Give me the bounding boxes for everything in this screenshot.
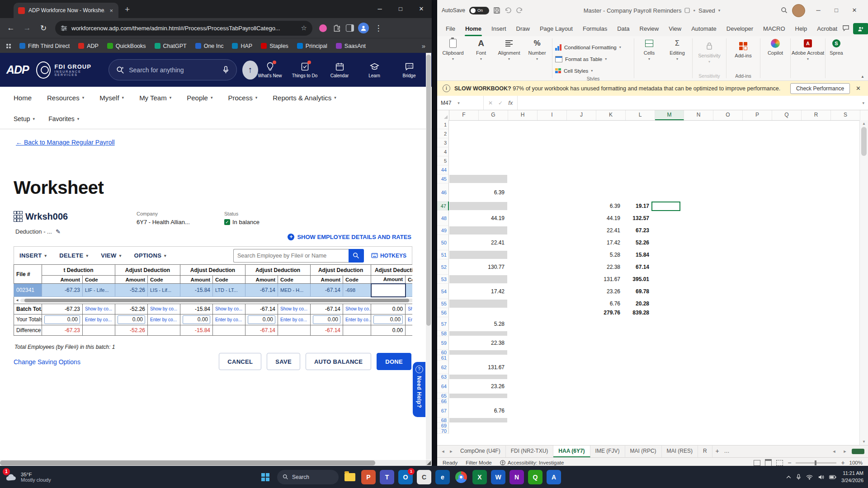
your-total-input[interactable]: 0.00: [118, 315, 145, 324]
zoom-level[interactable]: 100%: [849, 460, 863, 465]
row-header-69[interactable]: 69: [437, 423, 449, 428]
cell-K52[interactable]: 22.38: [594, 259, 623, 275]
profile-avatar[interactable]: [358, 22, 369, 34]
row-header-53[interactable]: 53: [437, 275, 449, 284]
taskbar-app-excel[interactable]: X: [472, 470, 487, 484]
share-button[interactable]: [853, 23, 868, 34]
ribbon-tab-insert[interactable]: Insert: [486, 25, 511, 36]
normal-view-icon[interactable]: [754, 460, 760, 466]
column-header-F[interactable]: F: [449, 110, 479, 120]
row-header-70[interactable]: 70: [437, 428, 449, 434]
maximize-button[interactable]: □: [390, 0, 411, 18]
row-header-62[interactable]: 62: [437, 361, 449, 374]
column-header-S[interactable]: S: [831, 110, 860, 120]
show-by-code-link[interactable]: Show by co...: [148, 304, 180, 314]
amount-cell[interactable]: -67.14: [311, 284, 343, 297]
save-icon[interactable]: [493, 7, 500, 14]
dismiss-banner-icon[interactable]: ✕: [854, 85, 863, 92]
select-all-corner[interactable]: [437, 110, 449, 120]
auto-balance-button[interactable]: AUTO BALANCE: [306, 353, 371, 370]
selected-cell-M47[interactable]: [651, 202, 680, 211]
row-header-63[interactable]: 63: [437, 374, 449, 380]
next-sheet-arrow[interactable]: ►: [447, 446, 455, 457]
volume-icon[interactable]: [818, 474, 824, 480]
row-header-54[interactable]: 54: [437, 284, 449, 299]
amount-cell[interactable]: -15.84: [180, 284, 213, 297]
enter-by-code-link[interactable]: Enter by co...: [278, 314, 311, 325]
your-total-input[interactable]: 0.00: [373, 315, 403, 324]
sheet-grid[interactable]: 123454445466.39476.3919.174844.1944.1913…: [437, 120, 860, 445]
minimize-button[interactable]: ─: [809, 0, 827, 21]
insert-function-icon[interactable]: fx: [508, 99, 513, 106]
your-total-input[interactable]: 0.00: [313, 315, 340, 324]
cell-K54[interactable]: 23.26: [594, 284, 623, 299]
taskbar-app-file-explorer[interactable]: [343, 470, 357, 484]
row-header-58[interactable]: 58: [437, 331, 449, 336]
bookmark-quickbooks[interactable]: QuickBooks: [107, 43, 146, 49]
search-submit-button[interactable]: ↑: [242, 61, 258, 80]
address-bar[interactable]: workforcenow.adp.com/theme/admin.html#/P…: [55, 21, 312, 36]
autosave-toggle[interactable]: On: [469, 7, 489, 14]
row-header-68[interactable]: 68: [437, 418, 449, 423]
cell-G46[interactable]: 6.39: [478, 183, 507, 202]
row-header-45[interactable]: 45: [437, 174, 449, 183]
nav-item-myself[interactable]: Myself▾: [99, 94, 124, 102]
extension-pink-icon[interactable]: [317, 22, 329, 34]
cell-G50[interactable]: 22.41: [478, 235, 507, 250]
row-header-61[interactable]: 61: [437, 355, 449, 361]
cell-L48[interactable]: 132.57: [623, 211, 651, 226]
view-dropdown[interactable]: VIEW▾: [101, 252, 121, 259]
hscroll-right-arrow[interactable]: ►: [841, 449, 849, 454]
taskbar-app-copilot[interactable]: C: [417, 470, 431, 484]
show-by-code-link[interactable]: Show by co...: [406, 304, 412, 314]
bookmark-fifth-third-direct[interactable]: Fifth Third Direct: [19, 43, 70, 49]
cell-K55[interactable]: 6.76: [594, 299, 623, 308]
page-break-view-icon[interactable]: [776, 460, 783, 466]
nav-item-resources[interactable]: Resources▾: [47, 94, 84, 102]
nav-item-process[interactable]: Process▾: [228, 94, 257, 102]
taskbar-app-access[interactable]: A: [547, 470, 561, 484]
amount-cell[interactable]: -67.14: [245, 284, 278, 297]
column-header-H[interactable]: H: [508, 110, 538, 120]
bookmark-saasant[interactable]: SaasAnt: [336, 43, 366, 49]
cell-K47[interactable]: 6.39: [594, 202, 623, 211]
bookmarks-overflow-chevron[interactable]: »: [422, 42, 425, 50]
cancel-entry-icon[interactable]: ✕: [488, 100, 493, 106]
undo-icon[interactable]: [505, 7, 512, 14]
cell-K49[interactable]: 22.41: [594, 226, 623, 235]
code-cell[interactable]: MED - H...: [278, 284, 311, 297]
ribbon-tab-acrobat[interactable]: Acrobat: [812, 25, 842, 36]
format-as-table-button[interactable]: Format as Table▾: [555, 54, 631, 64]
cell-K48[interactable]: 44.19: [594, 211, 623, 226]
name-box[interactable]: M47▾: [437, 96, 483, 110]
your-total-input[interactable]: 0.00: [44, 315, 80, 324]
tab-close-icon[interactable]: ×: [108, 7, 114, 14]
row-header-4[interactable]: 4: [437, 147, 449, 156]
taskbar-app-chrome[interactable]: [454, 470, 468, 484]
row-header-3[interactable]: 3: [437, 138, 449, 147]
code-cell[interactable]: -698: [343, 284, 371, 297]
bookmark-adp[interactable]: ADP: [78, 43, 99, 49]
bookmark-star-icon[interactable]: ☆: [301, 24, 307, 32]
bookmark-one-inc[interactable]: One Inc: [195, 43, 224, 49]
close-button[interactable]: ✕: [411, 0, 432, 18]
back-icon[interactable]: ←: [4, 23, 18, 33]
column-header-N[interactable]: N: [684, 110, 713, 120]
row-header-1[interactable]: 1: [437, 120, 449, 129]
document-title[interactable]: Master - Company Payroll Reminders • Sav…: [584, 7, 721, 14]
bookmark-chatgpt[interactable]: ChatGPT: [155, 43, 187, 49]
code-cell[interactable]: LIF - Life...: [83, 284, 115, 297]
hotkeys-button[interactable]: HOTKEYS: [371, 253, 406, 259]
mic-icon[interactable]: [222, 66, 229, 74]
cell-K50[interactable]: 17.42: [594, 235, 623, 250]
edit-pencil-icon[interactable]: ✎: [56, 228, 61, 235]
cell-L52[interactable]: 67.14: [623, 259, 651, 275]
row-header-2[interactable]: 2: [437, 129, 449, 138]
back-to-manage-payroll-link[interactable]: ← Back to Manage Regular Payroll: [16, 139, 115, 146]
cell-L51[interactable]: 15.84: [623, 250, 651, 259]
save-button[interactable]: SAVE: [267, 353, 300, 370]
row-header-57[interactable]: 57: [437, 317, 449, 331]
bookmark-principal[interactable]: Principal: [297, 43, 327, 49]
alignment-group-button[interactable]: Alignment▾: [495, 36, 523, 80]
row-header-48[interactable]: 48: [437, 211, 449, 226]
